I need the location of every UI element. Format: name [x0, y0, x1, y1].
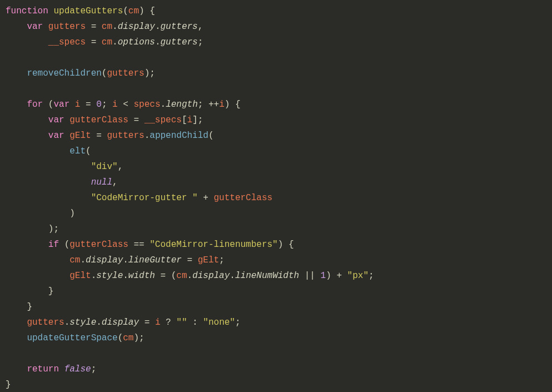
code-line-2: var gutters = cm.display.gutters,: [6, 22, 203, 32]
code-line-18: gElt.style.width = (cm.display.lineNumWi…: [6, 271, 374, 281]
code-line-24: return false;: [6, 364, 96, 374]
code-line-20: }: [6, 302, 32, 312]
code-line-12: null,: [6, 177, 118, 187]
code-line-19: }: [6, 286, 53, 296]
code-line-8: var gutterClass = __specs[i];: [6, 115, 203, 125]
code-line-15: );: [6, 224, 59, 234]
code-line-13: "CodeMirror-gutter " + gutterClass: [6, 193, 272, 203]
code-line-3: __specs = cm.options.gutters;: [6, 37, 203, 47]
code-line-17: cm.display.lineGutter = gElt;: [6, 255, 225, 265]
code-line-22: updateGutterSpace(cm);: [6, 333, 145, 343]
code-line-1: function updateGutters(cm) {: [6, 6, 155, 16]
code-editor[interactable]: function updateGutters(cm) { var gutters…: [6, 3, 546, 392]
code-line-25: }: [6, 380, 11, 390]
code-line-14: ): [6, 209, 75, 219]
code-line-7: for (var i = 0; i < specs.length; ++i) {: [6, 100, 241, 110]
code-line-9: var gElt = gutters.appendChild(: [6, 131, 214, 141]
code-line-16: if (gutterClass == "CodeMirror-linenumbe…: [6, 240, 294, 250]
code-line-5: removeChildren(gutters);: [6, 68, 155, 78]
code-line-11: "div",: [6, 162, 123, 172]
code-line-10: elt(: [6, 146, 91, 156]
code-line-21: gutters.style.display = i ? "" : "none";: [6, 317, 241, 328]
